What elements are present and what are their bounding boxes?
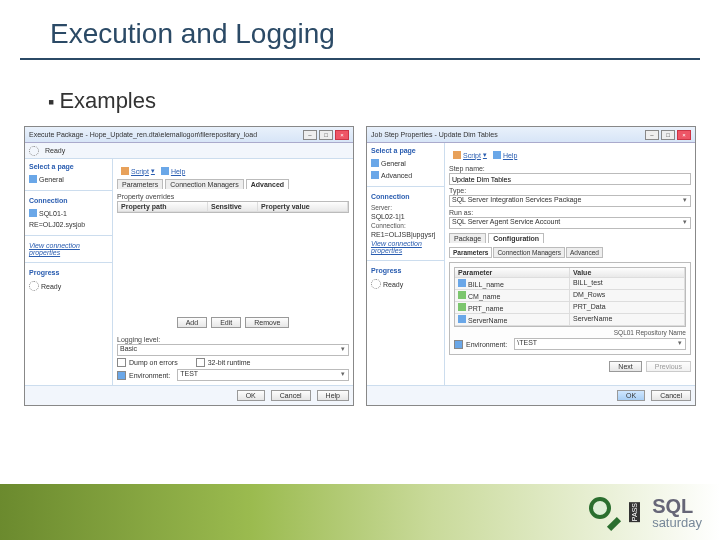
- page-icon: [371, 159, 379, 167]
- env-checkbox[interactable]: [454, 340, 463, 349]
- stepname-input[interactable]: [449, 173, 691, 185]
- tab-connection-managers[interactable]: Connection Managers: [165, 179, 244, 189]
- runtime-checkbox[interactable]: [196, 358, 205, 367]
- execute-package-dialog: Execute Package - Hope_Update_ren.dta\el…: [24, 126, 354, 406]
- env-checkbox[interactable]: [117, 371, 126, 380]
- maximize-button[interactable]: □: [661, 130, 675, 140]
- subtab-connection-managers[interactable]: Connection Managers: [493, 247, 565, 258]
- table-row: ServerName: [455, 314, 570, 326]
- help-button[interactable]: Help: [493, 151, 517, 159]
- logging-select[interactable]: Basic: [117, 344, 349, 356]
- col-value: Value: [570, 268, 685, 278]
- runas-label: Run as:: [449, 209, 691, 216]
- ok-button[interactable]: OK: [237, 390, 265, 401]
- server-value: SQL01-1: [39, 210, 67, 217]
- subtab-parameters[interactable]: Parameters: [449, 247, 492, 258]
- next-button[interactable]: Next: [609, 361, 641, 372]
- overrides-grid[interactable]: Property path Sensitive Property value: [117, 201, 349, 213]
- progress-header: Progress: [371, 267, 440, 274]
- nav-header: Select a page: [29, 163, 108, 170]
- table-row[interactable]: DM_Rows: [570, 290, 685, 302]
- env-label: Environment:: [129, 372, 170, 379]
- script-button[interactable]: Script ▾: [121, 167, 155, 175]
- progress-status: Ready: [383, 281, 403, 288]
- examples-bullet: Examples: [0, 60, 720, 114]
- nav-general[interactable]: General: [371, 158, 440, 168]
- edit-button[interactable]: Edit: [211, 317, 241, 328]
- params-grid[interactable]: Parameter Value BILL_name BILL_test CM_n…: [454, 267, 686, 327]
- tab-advanced[interactable]: Advanced: [246, 179, 289, 189]
- cancel-button[interactable]: Cancel: [651, 390, 691, 401]
- env-select[interactable]: TEST: [177, 369, 349, 381]
- titlebar: Job Step Properties - Update Dim Tables …: [367, 127, 695, 143]
- logo-saturday-text: saturday: [652, 516, 702, 529]
- minimize-button[interactable]: –: [645, 130, 659, 140]
- help-button[interactable]: Help: [317, 390, 349, 401]
- main-panel: Script ▾ Help Parameters Connection Mana…: [113, 159, 353, 385]
- help-label: Help: [503, 152, 517, 159]
- progress-status: Ready: [41, 283, 61, 290]
- tab-configuration[interactable]: Configuration: [488, 233, 544, 243]
- param-icon: [458, 291, 466, 299]
- nav-panel: Select a page General Advanced Connectio…: [367, 143, 445, 385]
- sqlsaturday-logo: PASS SQL saturday: [587, 495, 702, 529]
- page-icon: [29, 175, 37, 183]
- main-panel: Script ▾ Help Step name: Type: SQL Serve…: [445, 143, 695, 385]
- server-value: SQL02-1|1: [371, 213, 440, 220]
- script-icon: [453, 151, 461, 159]
- table-row: BILL_name: [455, 278, 570, 290]
- table-row[interactable]: ServerName: [570, 314, 685, 326]
- tab-package[interactable]: Package: [449, 233, 486, 243]
- help-label: Help: [171, 168, 185, 175]
- nav-header: Select a page: [371, 147, 440, 154]
- ready-label: Ready: [45, 147, 65, 154]
- cancel-button[interactable]: Cancel: [271, 390, 311, 401]
- repo-label: RE=OLJ02.sysjob: [29, 221, 85, 228]
- env-select[interactable]: \TEST: [514, 338, 686, 350]
- table-row[interactable]: BILL_test: [570, 278, 685, 290]
- repo-note: SQL01 Repository Name: [454, 329, 686, 336]
- dump-label: Dump on errors: [129, 359, 178, 366]
- env-label: Environment:: [466, 341, 507, 348]
- col-param: Parameter: [455, 268, 570, 278]
- page-icon: [371, 171, 379, 179]
- maximize-button[interactable]: □: [319, 130, 333, 140]
- view-conn-link[interactable]: View connection properties: [371, 240, 440, 254]
- nav-general[interactable]: General: [29, 174, 108, 184]
- dump-checkbox[interactable]: [117, 358, 126, 367]
- view-conn-link[interactable]: View connection properties: [29, 242, 108, 256]
- table-row[interactable]: PRT_Data: [570, 302, 685, 314]
- nav-general-label: General: [381, 160, 406, 167]
- stepname-label: Step name:: [449, 165, 691, 172]
- runtime-label: 32-bit runtime: [208, 359, 251, 366]
- script-button[interactable]: Script ▾: [453, 151, 487, 159]
- table-row: CM_name: [455, 290, 570, 302]
- conn-label: Connection:: [371, 222, 440, 229]
- col-path: Property path: [118, 202, 208, 212]
- subtab-advanced[interactable]: Advanced: [566, 247, 603, 258]
- params-panel: Parameter Value BILL_name BILL_test CM_n…: [449, 262, 691, 355]
- runas-select[interactable]: SQL Server Agent Service Account: [449, 217, 691, 229]
- logo-sql-text: SQL: [652, 496, 702, 516]
- close-button[interactable]: ×: [677, 130, 691, 140]
- col-sensitive: Sensitive: [208, 202, 258, 212]
- ok-button[interactable]: OK: [617, 390, 645, 401]
- ready-icon: [29, 146, 39, 156]
- magnifier-icon: [587, 495, 621, 529]
- script-label: Script: [131, 168, 149, 175]
- param-icon: [458, 303, 466, 311]
- window-title: Job Step Properties - Update Dim Tables: [371, 131, 498, 138]
- type-select[interactable]: SQL Server Integration Services Package: [449, 195, 691, 207]
- nav-advanced[interactable]: Advanced: [371, 170, 440, 180]
- titlebar: Execute Package - Hope_Update_ren.dta\el…: [25, 127, 353, 143]
- help-button[interactable]: Help: [161, 167, 185, 175]
- tab-parameters[interactable]: Parameters: [117, 179, 163, 189]
- progress-status-row: Ready: [371, 278, 440, 290]
- server-row: SQL01-1: [29, 208, 108, 218]
- param-icon: [458, 279, 466, 287]
- minimize-button[interactable]: –: [303, 130, 317, 140]
- add-button[interactable]: Add: [177, 317, 207, 328]
- pass-badge: PASS: [629, 502, 640, 522]
- close-button[interactable]: ×: [335, 130, 349, 140]
- remove-button[interactable]: Remove: [245, 317, 289, 328]
